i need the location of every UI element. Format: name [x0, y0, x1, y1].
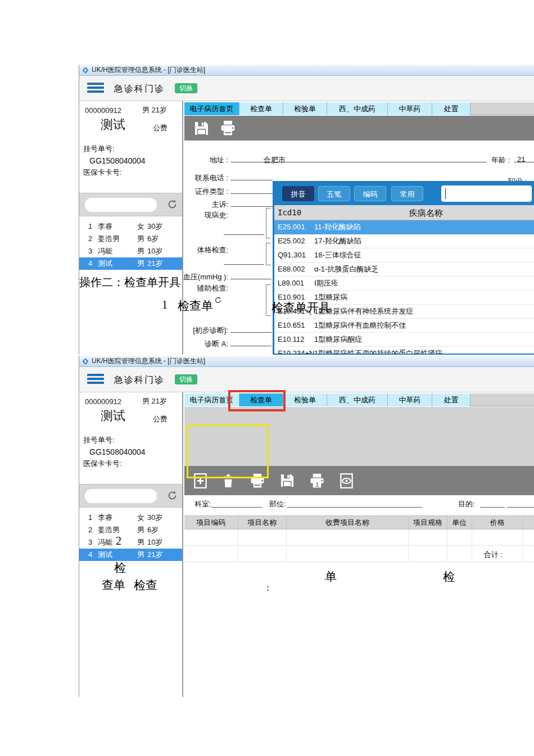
history-textarea-edge[interactable] [266, 208, 271, 238]
tab-herbal-medicine[interactable]: 中草药 [388, 393, 432, 406]
emr-main: 电子病历首页 检查单 检验单 西、中成药 中草药 处置 地址 : 合肥市 年龄 [184, 101, 534, 355]
icd-row[interactable]: E10.6511型糖尿病伴有血糖控制不佳 [274, 319, 534, 333]
aux-textarea-edge[interactable] [266, 284, 271, 316]
tab-bar: 电子病历首页 检查单 检验单 西、中成药 中草药 处置 [184, 102, 534, 115]
window-titlebar: UK/H医院管理信息系统 - [门诊医生站] [79, 356, 534, 367]
preview-icon[interactable] [339, 472, 354, 490]
refresh-icon[interactable] [167, 490, 178, 503]
purpose-field-label: 目的: [458, 499, 475, 509]
window-title: UK/H医院管理信息系统 - [门诊医生站] [92, 65, 205, 75]
print-icon[interactable] [219, 120, 237, 137]
purpose-field-input2[interactable] [507, 499, 534, 508]
blood-pressure-label: 血压(mmHg ): [178, 272, 228, 282]
icd-dialog-header: 拼音 五笔 编码 常用 [274, 183, 534, 205]
code-button[interactable]: 编码 [354, 186, 386, 201]
patient-gender-age: 男 21岁 [142, 396, 167, 406]
icd-row-list: E25.00111-羟化酶缺陷 E25.00217-羟化酶缺陷 Q91.3011… [274, 220, 534, 354]
yellow-highlight-box [187, 424, 269, 478]
text-caret [445, 188, 446, 199]
purpose-field-input[interactable] [480, 499, 505, 508]
doc-text-exam-order-issue: 检查单开具 [271, 300, 331, 315]
history-label: 现病史: [178, 210, 228, 220]
icd-dialog: 拼音 五笔 编码 常用 Icd10 疾病名称 E25.00111-羟化酶缺陷 E… [273, 181, 534, 355]
pinyin-button[interactable]: 拼音 [282, 186, 314, 201]
icd-row[interactable]: L89.001Ⅰ期压疮 [274, 277, 534, 291]
patient-pay-type: 公费 [153, 414, 168, 424]
patient-list: 1李睿女30岁 2姜浩男男6岁 3冯能男10岁 4测试男21岁 [79, 511, 182, 561]
part-field-input[interactable] [287, 499, 422, 508]
red-highlight-box [228, 390, 286, 411]
tab-disposal[interactable]: 处置 [432, 102, 470, 115]
tab-disposal[interactable]: 处置 [432, 393, 470, 406]
dept-field-input[interactable] [211, 499, 262, 508]
tab-emr-home[interactable]: 电子病历首页 [184, 102, 239, 115]
tab-herbal-medicine[interactable]: 中草药 [388, 102, 432, 115]
tab-western-medicine[interactable]: 西、中成药 [327, 393, 388, 406]
icd-row[interactable]: E25.00217-羟化酶缺陷 [274, 234, 534, 248]
order-sheet-strip [184, 407, 534, 466]
icd-table-header: Icd10 疾病名称 [274, 205, 534, 220]
svg-text:1: 1 [316, 481, 319, 487]
patient-search-input[interactable] [85, 198, 157, 212]
save-icon[interactable] [193, 120, 210, 137]
icd-row[interactable]: E10.1121型糖尿病酮症 [274, 333, 534, 347]
patient-list-row-selected[interactable]: 4测试男21岁 [79, 257, 182, 270]
tab-exam-order[interactable]: 检查单 [239, 102, 283, 115]
patient-list-row[interactable]: 1李睿女30岁 [79, 220, 182, 233]
patient-panel: 000000912 男 21岁 测试 公费 挂号单号: GG1508040004… [79, 392, 183, 697]
tab-western-medicine[interactable]: 西、中成药 [327, 102, 388, 115]
aux-exam-label: 辅助检查: [178, 283, 228, 293]
reg-no-value: GG1508040004 [89, 447, 146, 456]
age-value[interactable]: 21 [517, 155, 525, 164]
refresh-icon[interactable] [167, 199, 178, 212]
doc-text-number-1: 1 [162, 298, 168, 311]
patient-search-input[interactable] [85, 489, 157, 503]
exam-table-header: 项目编码 项目名称 收费项目名称 项目规格 单位 价格 [184, 515, 534, 529]
address-value[interactable]: 合肥市 [264, 155, 286, 165]
diagnosis-a-label: 诊断 A: [178, 339, 228, 349]
patient-list-row-selected[interactable]: 4测试男21岁 [79, 549, 182, 561]
menu-icon[interactable] [87, 374, 104, 386]
doc-text-chadan: 查单 [102, 577, 125, 593]
common-button[interactable]: 常用 [391, 186, 423, 201]
icd-row-selected[interactable]: E25.00111-羟化酶缺陷 [274, 220, 534, 234]
patient-list-row[interactable]: 1李睿女30岁 [79, 511, 182, 524]
exam-table-row[interactable] [184, 529, 534, 546]
save-icon[interactable] [279, 473, 295, 488]
switch-button[interactable]: 切换 [175, 374, 197, 384]
patient-id: 000000912 [85, 397, 121, 406]
dept-field-label: 科室: [194, 499, 211, 509]
patient-name: 测试 [101, 116, 125, 133]
patient-list-row[interactable]: 3冯能男10岁 [79, 245, 182, 257]
tab-lab-order[interactable]: 检验单 [283, 393, 327, 406]
icd-search-input[interactable] [441, 185, 532, 202]
wubi-button[interactable]: 五笔 [318, 186, 350, 201]
exam-order-main: 电子病历首页 检查单 检验单 西、中成药 中草药 处置 [184, 392, 534, 697]
switch-button[interactable]: 切换 [175, 83, 197, 93]
patient-list-row[interactable]: 2姜浩男男6岁 [79, 233, 182, 245]
patient-list-row[interactable]: 2姜浩男男6岁 [79, 524, 182, 536]
cert-type-label: 证件类型 : [178, 187, 228, 197]
doc-text-number-2: 2 [116, 535, 121, 547]
physical-textarea-edge[interactable] [266, 243, 271, 265]
patient-list-row[interactable]: 3冯能男10岁 [79, 536, 182, 549]
header-bar: 急诊科门诊 切换 [79, 368, 534, 392]
window-exam-order: UK/H医院管理信息系统 - [门诊医生站] 急诊科门诊 切换 00000091… [79, 356, 534, 697]
exam-items-table: 项目编码 项目名称 收费项目名称 项目规格 单位 价格 合计 : [184, 515, 534, 562]
print-one-icon[interactable]: 1 [308, 473, 326, 489]
doc-text-exam-order: 检查单 [178, 298, 213, 314]
part-field-label: 部位: [269, 499, 286, 509]
menu-icon[interactable] [87, 83, 104, 94]
icd-row[interactable]: Q91.30118-三体综合征 [274, 248, 534, 262]
department-title: 急诊科门诊 [114, 374, 165, 386]
tab-lab-order[interactable]: 检验单 [283, 102, 327, 115]
insurance-label: 医保卡卡号: [83, 168, 122, 178]
doc-refresh-glyph-icon [214, 294, 222, 307]
icd-code-column-header: Icd10 [278, 205, 301, 220]
reg-no-value: GG1508040004 [89, 156, 146, 165]
exam-table-row[interactable] [184, 546, 534, 562]
insurance-label: 医保卡卡号: [83, 459, 122, 469]
icd-row[interactable]: E10.234+N1型糖尿病性不变的持续的蛋白尿性肾病 [274, 347, 534, 354]
reg-no-label: 挂号单号: [83, 144, 115, 154]
icd-row[interactable]: E88.002α-1-抗胰蛋白酶缺乏 [274, 262, 534, 277]
